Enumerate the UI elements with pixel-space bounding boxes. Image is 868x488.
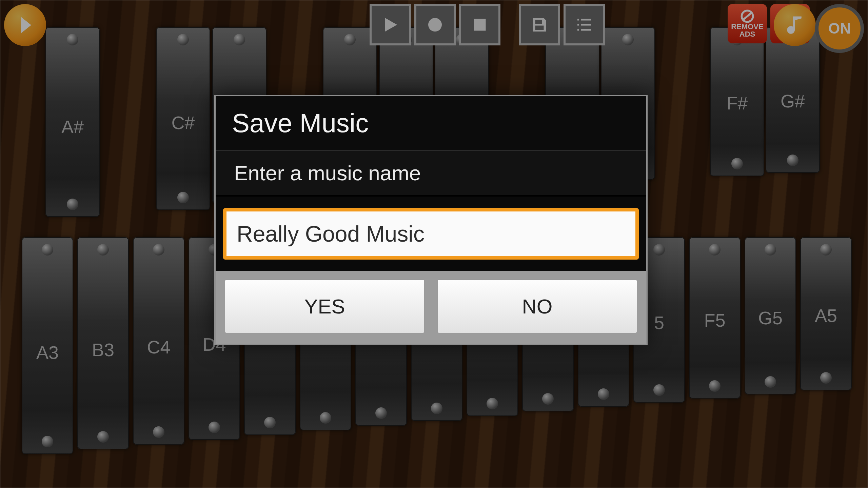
- save-music-dialog: Save Music Enter a music name YES NO: [214, 95, 648, 345]
- dialog-input-wrap: [216, 197, 646, 271]
- dialog-title: Save Music: [232, 108, 630, 139]
- dialog-header: Save Music: [216, 96, 646, 151]
- dialog-prompt: Enter a music name: [216, 151, 646, 197]
- music-name-input[interactable]: [223, 208, 639, 260]
- no-button[interactable]: NO: [437, 279, 637, 333]
- yes-button[interactable]: YES: [224, 279, 425, 333]
- dialog-buttons: YES NO: [216, 271, 646, 344]
